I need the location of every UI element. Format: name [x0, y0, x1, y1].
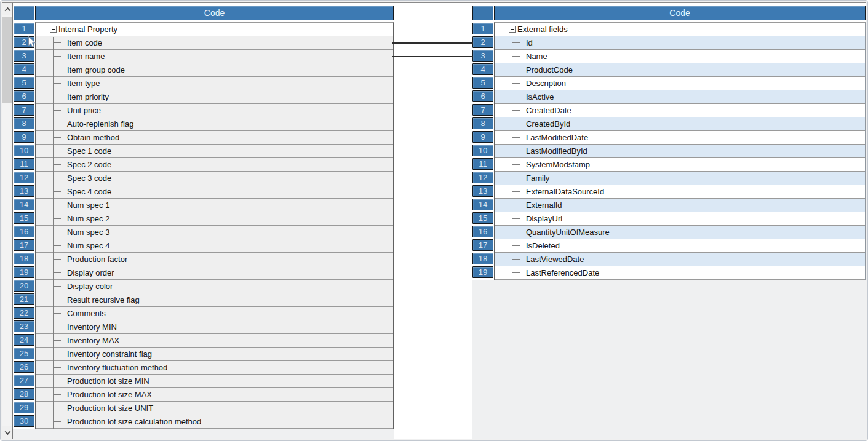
right-row-number-cell[interactable]: 17 [472, 239, 493, 251]
left-tree-row[interactable]: Inventory MIN [36, 320, 393, 334]
right-tree-row[interactable]: QuantityUnitOfMeasure [495, 226, 865, 239]
collapse-minus-icon[interactable] [50, 26, 57, 33]
right-row-number-cell[interactable]: 19 [472, 266, 493, 278]
left-tree-row[interactable]: Item priority [36, 90, 393, 104]
right-row-number-cell[interactable]: 6 [472, 90, 493, 102]
left-row-number-cell[interactable]: 24 [14, 334, 34, 346]
left-row-number-cell[interactable]: 14 [14, 199, 34, 210]
left-tree-row[interactable]: Display color [36, 280, 393, 293]
right-row-number-cell[interactable]: 7 [472, 104, 493, 116]
scrollbar-down-button[interactable] [2, 426, 12, 439]
right-tree-row[interactable]: LastModifiedById [495, 145, 865, 158]
left-row-number-cell[interactable]: 29 [14, 402, 34, 413]
left-row-number-cell[interactable]: 23 [14, 320, 34, 332]
left-tree-row[interactable]: Item code [36, 36, 393, 50]
right-row-number-cell[interactable]: 11 [472, 158, 493, 170]
left-row-number-cell[interactable]: 20 [14, 280, 34, 292]
right-tree-row[interactable]: ExternalId [495, 199, 865, 212]
left-tree-row[interactable]: Production lot size MAX [36, 388, 393, 402]
left-row-number-cell[interactable]: 10 [14, 145, 34, 156]
right-row-number-cell[interactable]: 14 [472, 199, 493, 210]
mapping-connection-line[interactable] [392, 56, 473, 57]
left-row-number-cell[interactable]: 27 [14, 375, 34, 386]
left-tree-row[interactable]: Display order [36, 266, 393, 280]
right-tree-row[interactable]: LastViewedDate [495, 253, 865, 266]
left-tree-row[interactable]: Num spec 4 [36, 239, 393, 253]
left-tree-row[interactable]: Spec 2 code [36, 158, 393, 172]
right-tree-row[interactable]: SystemModstamp [495, 158, 865, 172]
left-row-number-cell[interactable]: 2 [14, 36, 34, 48]
left-tree-row[interactable]: Num spec 1 [36, 199, 393, 212]
left-row-number-cell[interactable]: 21 [14, 293, 34, 305]
scrollbar-track[interactable] [2, 15, 12, 426]
left-tree-row[interactable]: Num spec 3 [36, 226, 393, 239]
left-row-number-cell[interactable]: 5 [14, 77, 34, 89]
left-tree-row[interactable]: Internal Property [36, 23, 393, 36]
left-tree-row[interactable]: Inventory MAX [36, 334, 393, 348]
left-vertical-scrollbar[interactable] [2, 3, 13, 439]
right-row-number-cell[interactable]: 15 [472, 212, 493, 224]
right-row-number-cell[interactable]: 2 [472, 36, 493, 48]
right-row-number-cell[interactable]: 5 [472, 77, 493, 89]
left-tree-row[interactable]: Spec 4 code [36, 185, 393, 199]
right-tree-row[interactable]: IsActive [495, 90, 865, 104]
left-tree-row[interactable]: Item type [36, 77, 393, 90]
left-tree-row[interactable]: Inventory fluctuation method [36, 361, 393, 375]
right-tree-row[interactable]: IsDeleted [495, 239, 865, 253]
right-tree-row[interactable]: Id [495, 36, 865, 50]
right-row-number-cell[interactable]: 12 [472, 172, 493, 183]
left-row-number-cell[interactable]: 6 [14, 90, 34, 102]
collapse-minus-icon[interactable] [509, 26, 516, 33]
left-row-number-cell[interactable]: 11 [14, 158, 34, 170]
left-row-number-cell[interactable]: 26 [14, 361, 34, 373]
left-tree-row[interactable]: Production lot size UNIT [36, 402, 393, 415]
right-tree-row[interactable]: ProductCode [495, 63, 865, 77]
right-row-number-cell[interactable]: 4 [472, 63, 493, 75]
left-row-number-cell[interactable]: 22 [14, 307, 34, 319]
right-tree-row[interactable]: Family [495, 172, 865, 185]
right-row-number-cell[interactable]: 1 [472, 23, 493, 34]
left-tree-row[interactable]: Inventory constraint flag [36, 348, 393, 361]
left-tree-row[interactable]: Auto-replenish flag [36, 117, 393, 131]
scrollbar-thumb[interactable] [2, 17, 12, 103]
left-row-number-cell[interactable]: 18 [14, 253, 34, 264]
right-tree-row[interactable]: DisplayUrl [495, 212, 865, 226]
right-corner-header-cell[interactable] [472, 6, 493, 20]
left-tree-row[interactable]: Production lot size MIN [36, 375, 393, 388]
left-row-number-cell[interactable]: 3 [14, 50, 34, 62]
left-row-number-cell[interactable]: 7 [14, 104, 34, 116]
right-tree-row[interactable]: CreatedDate [495, 104, 865, 117]
left-row-number-cell[interactable]: 28 [14, 388, 34, 400]
left-tree-row[interactable]: Obtain method [36, 131, 393, 145]
left-tree-row[interactable]: Spec 1 code [36, 145, 393, 158]
left-corner-header-cell[interactable] [14, 6, 34, 20]
right-row-number-cell[interactable]: 3 [472, 50, 493, 62]
right-tree-row[interactable]: LastReferencedDate [495, 266, 865, 280]
scrollbar-up-button[interactable] [2, 3, 12, 15]
left-tree-row[interactable]: Item group code [36, 63, 393, 77]
left-row-number-cell[interactable]: 4 [14, 63, 34, 75]
right-tree-row[interactable]: Name [495, 50, 865, 63]
left-row-number-cell[interactable]: 17 [14, 239, 34, 251]
mapping-connection-line[interactable] [392, 42, 473, 44]
right-row-number-cell[interactable]: 16 [472, 226, 493, 237]
right-tree-row[interactable]: ExternalDataSourceId [495, 185, 865, 199]
right-row-number-cell[interactable]: 9 [472, 131, 493, 143]
right-row-number-cell[interactable]: 10 [472, 145, 493, 156]
left-row-number-cell[interactable]: 13 [14, 185, 34, 197]
right-tree-row[interactable]: Description [495, 77, 865, 90]
right-tree-row[interactable]: External fields [495, 23, 865, 36]
left-tree-row[interactable]: Num spec 2 [36, 212, 393, 226]
left-row-number-cell[interactable]: 25 [14, 348, 34, 359]
left-row-number-cell[interactable]: 8 [14, 117, 34, 129]
left-code-column-header[interactable]: Code [35, 6, 394, 20]
right-row-number-cell[interactable]: 18 [472, 253, 493, 264]
left-row-number-cell[interactable]: 1 [14, 23, 34, 34]
left-row-number-cell[interactable]: 30 [14, 415, 34, 427]
left-tree-row[interactable]: Production factor [36, 253, 393, 266]
right-tree-row[interactable]: LastModifiedDate [495, 131, 865, 145]
left-tree-row[interactable]: Unit price [36, 104, 393, 117]
right-code-column-header[interactable]: Code [494, 6, 866, 20]
right-row-number-cell[interactable]: 8 [472, 117, 493, 129]
left-row-number-cell[interactable]: 19 [14, 266, 34, 278]
